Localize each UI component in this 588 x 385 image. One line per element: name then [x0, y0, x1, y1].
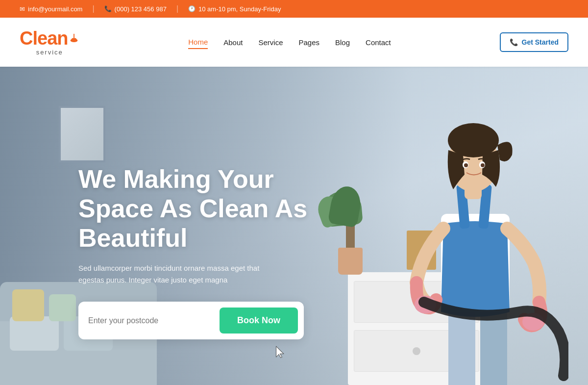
nav-about[interactable]: About [223, 36, 243, 49]
svg-point-13 [464, 163, 468, 167]
nav-home[interactable]: Home [188, 36, 208, 49]
nav-pages[interactable]: Pages [298, 36, 319, 49]
sofa-pillow2 [49, 294, 76, 321]
nav-blog[interactable]: Blog [335, 36, 350, 49]
hero-description: Sed ullamcorper morbi tincidunt ornare m… [78, 262, 265, 286]
topbar-phone: 📞 (000) 123 456 987 [104, 5, 167, 13]
topbar-sep2: | [176, 4, 178, 13]
topbar-hours-text: 10 am-10 pm, Sunday-Friday [198, 5, 281, 13]
topbar-hours: 🕐 10 am-10 pm, Sunday-Friday [188, 5, 281, 13]
hero-content: We Making Your Space As Clean As Beautif… [78, 165, 333, 339]
svg-rect-2 [72, 38, 76, 39]
topbar-sep1: | [92, 4, 94, 13]
get-started-button[interactable]: 📞 Get Started [500, 32, 568, 52]
sofa-pillow1 [12, 289, 44, 321]
topbar-email-text: info@yourmail.com [28, 5, 82, 13]
clock-icon: 🕐 [188, 5, 196, 12]
hero-title: We Making Your Space As Clean As Beautif… [78, 165, 333, 253]
scene-picture [59, 106, 105, 162]
nav: Home About Service Pages Blog Contact [188, 36, 391, 49]
logo-clean: Clean [20, 29, 68, 48]
phone-icon: 📞 [104, 5, 112, 12]
postcode-input[interactable] [88, 316, 220, 325]
svg-point-14 [481, 163, 485, 167]
hero-section: We Making Your Space As Clean As Beautif… [0, 67, 588, 385]
sofa-cushion1 [10, 316, 59, 351]
nav-contact[interactable]: Contact [366, 36, 391, 49]
topbar: ✉ info@yourmail.com | 📞 (000) 123 456 98… [0, 0, 588, 18]
cursor [275, 346, 285, 358]
search-box: Book Now [78, 302, 304, 339]
logo-service: service [20, 49, 79, 56]
phone-small-icon: 📞 [510, 38, 518, 46]
topbar-phone-text: (000) 123 456 987 [115, 5, 167, 13]
header: Clean service Home About Service Pages B… [0, 18, 588, 67]
nav-service[interactable]: Service [258, 36, 283, 49]
book-now-button[interactable]: Book Now [220, 308, 298, 334]
broom-icon [69, 32, 79, 45]
svg-point-10 [448, 123, 499, 157]
get-started-label: Get Started [522, 38, 559, 46]
cleaning-person [372, 77, 559, 385]
topbar-email: ✉ info@yourmail.com [20, 5, 82, 13]
logo[interactable]: Clean service [20, 29, 79, 56]
mail-icon: ✉ [20, 5, 25, 13]
scene-plant [338, 211, 363, 275]
